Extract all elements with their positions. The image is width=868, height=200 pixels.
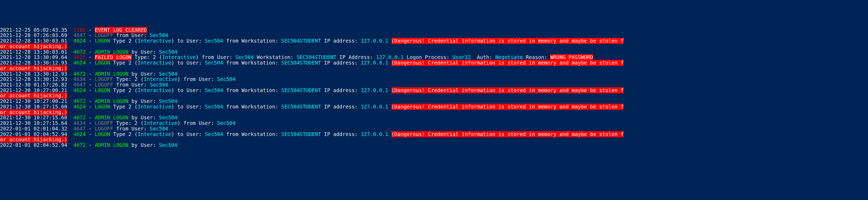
log-segment: - [86, 76, 95, 82]
log-segment: from User: [113, 126, 150, 132]
log-segment: ) from User: [177, 76, 217, 82]
log-segment: 127.0.0.1 [376, 54, 404, 60]
log-segment: FAILED LOGON [95, 54, 131, 60]
timestamp: 2021-12-28 07:26:03.69 [0, 32, 67, 38]
log-segment [388, 104, 392, 110]
log-segment: 4647 [73, 82, 86, 88]
log-segment: 127.0.0.1 [361, 38, 388, 44]
log-segment: LOGON [95, 131, 110, 137]
log-segment: Workstation: [254, 54, 297, 60]
timestamp: 2021-12-30 01:57:26.82 [0, 82, 67, 88]
log-segment: ) from User: [195, 54, 235, 60]
log-segment: 127.0.0.1 [361, 104, 388, 110]
log-segment: Sec504 [205, 104, 223, 110]
log-segment: 4672 [73, 114, 86, 121]
log-segment: by User: [128, 98, 159, 104]
log-segment: LOGON [95, 38, 110, 44]
log-line: 2021-12-28 13:30:09.64 4625 - FAILED LOG… [0, 55, 868, 60]
log-segment: or account hijacking.) [0, 65, 67, 71]
log-segment: 1102 [73, 27, 86, 33]
log-segment: by User: [128, 49, 159, 55]
timestamp: 2021-12-30 10:27:00.21 [0, 87, 67, 93]
log-segment: SEC504STUDENT [281, 38, 321, 44]
log-segment [67, 131, 73, 137]
log-line: 2022-01-01 02:01:04.32 4647 - LOGOFF fro… [0, 126, 868, 132]
log-segment: Type 2 ( [110, 60, 137, 66]
timestamp: 2021-12-30 10:27:00.21 [0, 98, 67, 104]
log-segment: Interactive [137, 60, 171, 66]
log-line: 2021-12-30 10:27:15.60 4624 - LOGON Type… [0, 104, 868, 110]
log-segment: LOGOFF [95, 120, 113, 126]
log-segment [388, 131, 392, 137]
log-segment [67, 27, 73, 33]
log-segment: Sec504 [150, 126, 168, 132]
log-segment: ) to User: [171, 38, 205, 44]
log-segment: ADMIN LOGON [95, 98, 128, 104]
log-line: or account hijacking.) [0, 137, 868, 143]
timestamp: 2022-01-01 02:04:52.94 [0, 142, 67, 148]
log-segment: Sec504 [159, 142, 177, 148]
log-segment: EVENT LOG CLEARED [95, 27, 147, 33]
log-line: 2022-01-01 02:04:52.94 4624 - LOGON Type… [0, 132, 868, 137]
log-segment [67, 32, 73, 38]
log-segment: 4647 [73, 32, 86, 38]
log-segment [67, 98, 73, 104]
log-segment: - [86, 49, 95, 55]
log-segment: Interactive [137, 131, 171, 137]
log-segment: Sec504 [150, 82, 168, 88]
log-segment: - [86, 32, 95, 38]
log-segment [67, 142, 73, 148]
log-segment: SEC504STUDENT [281, 60, 321, 66]
log-segment: by User: [128, 142, 159, 148]
log-line: or account hijacking.) [0, 93, 868, 99]
log-segment: SEC504STUDENT [297, 54, 336, 60]
log-segment: ) to User: [171, 60, 205, 66]
log-segment [67, 120, 73, 126]
log-segment: 4672 [73, 71, 86, 77]
log-line: 2021-12-30 10:27:00.21 4624 - LOGON Type… [0, 88, 868, 93]
log-segment: 4672 [73, 49, 86, 55]
log-segment: 4672 [73, 98, 86, 104]
log-segment: SEC504STUDENT [281, 87, 321, 93]
log-line: 2022-01-01 02:04:52.94 4672 - ADMIN LOGO… [0, 143, 868, 148]
log-line: 2021-12-30 01:57:26.82 4647 - LOGOFF fro… [0, 82, 868, 88]
log-segment: LOGOFF [95, 32, 113, 38]
log-segment [67, 60, 73, 66]
log-segment: LOGOFF [95, 126, 113, 132]
log-segment: Interactive [162, 54, 195, 60]
log-segment: 4647 [73, 126, 86, 132]
log-segment: IP address: [321, 131, 361, 137]
log-segment: or account hijacking.) [0, 93, 67, 99]
log-segment: from Workstation: [223, 87, 281, 93]
log-segment: Sec504 [159, 49, 177, 55]
log-segment: Interactive [137, 87, 171, 93]
log-segment: - [86, 104, 95, 110]
log-segment: Type: 2 ( [113, 120, 144, 126]
timestamp: 2022-01-01 02:04:52.94 [0, 131, 67, 137]
log-segment: 127.0.0.1 [361, 87, 388, 93]
log-line: or account hijacking.) [0, 44, 868, 49]
log-segment [67, 126, 73, 132]
log-segment: Sec504 [205, 87, 223, 93]
log-segment: by User: [128, 114, 159, 121]
timestamp: 2021-12-30 10:27:15.64 [0, 120, 67, 126]
log-segment [388, 38, 392, 44]
log-segment: Type: 2 ( [131, 54, 162, 60]
log-segment: Type: 2 ( [113, 76, 144, 82]
log-segment: Reason: [523, 54, 551, 60]
log-segment: - [86, 98, 95, 104]
log-segment: 127.0.0.1 [361, 131, 388, 137]
log-segment: - [86, 27, 95, 33]
log-segment: LOGON [95, 87, 110, 93]
timestamp: 2021-12-25 05:02:43.35 [0, 27, 67, 33]
timestamp: 2021-12-28 13:30:12.93 [0, 71, 67, 77]
log-segment: or account hijacking.) [0, 109, 67, 115]
log-line: 2021-12-28 13:30:12.93 4672 - ADMIN LOGO… [0, 71, 868, 77]
log-segment: (Dangerous! Credential information is st… [392, 87, 624, 93]
log-segment: 4624 [73, 60, 86, 66]
log-segment: Sec504 [217, 76, 235, 82]
log-segment: ADMIN LOGON [95, 142, 128, 148]
log-segment: - [86, 38, 95, 44]
log-segment: - [86, 126, 95, 132]
log-segment: 4672 [73, 142, 86, 148]
